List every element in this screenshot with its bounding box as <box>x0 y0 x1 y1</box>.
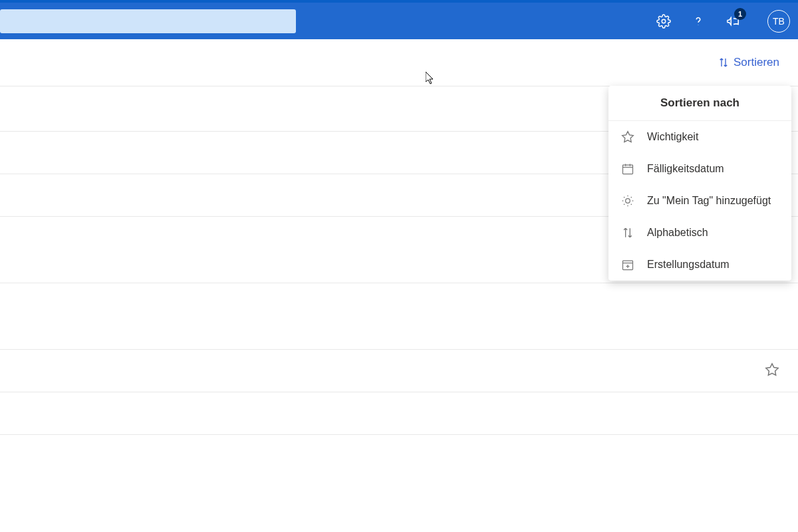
svg-line-16 <box>631 197 632 198</box>
list-item[interactable] <box>0 283 798 349</box>
sort-button[interactable]: Sortieren <box>718 56 779 69</box>
question-icon <box>691 14 706 29</box>
sort-menu: Sortieren nach Wichtigkeit Fälligkeitsda… <box>608 86 791 281</box>
help-button[interactable] <box>690 13 706 29</box>
svg-point-8 <box>626 199 630 203</box>
svg-line-12 <box>631 204 632 205</box>
notification-badge: 1 <box>734 8 746 20</box>
svg-line-11 <box>624 197 624 198</box>
svg-rect-4 <box>623 165 633 174</box>
star-icon <box>620 130 635 144</box>
sort-option-created[interactable]: Erstellungsdatum <box>608 249 791 281</box>
sort-label: Sortieren <box>733 56 779 69</box>
svg-line-15 <box>624 204 624 205</box>
calendar-icon <box>620 162 635 176</box>
sort-option-importance[interactable]: Wichtigkeit <box>608 121 791 153</box>
gear-icon <box>656 14 671 29</box>
sort-option-label: Fälligkeitsdatum <box>647 163 724 175</box>
list-toolbar: Sortieren <box>0 39 798 86</box>
sort-option-label: Erstellungsdatum <box>647 259 730 271</box>
avatar-initials: TB <box>773 16 785 27</box>
search-input[interactable] <box>0 9 296 33</box>
sort-menu-title: Sortieren nach <box>608 86 791 121</box>
sort-option-label: Alphabetisch <box>647 227 708 239</box>
settings-button[interactable] <box>656 13 672 29</box>
sort-option-label: Wichtigkeit <box>647 131 698 143</box>
announcements-button[interactable]: 1 <box>725 13 741 29</box>
star-icon[interactable] <box>765 362 779 377</box>
list-item[interactable] <box>0 434 798 487</box>
sun-icon <box>620 194 635 208</box>
sort-icon <box>718 57 730 68</box>
sort-option-label: Zu "Mein Tag" hinzugefügt <box>647 195 771 207</box>
sort-icon <box>620 225 635 240</box>
list-item[interactable] <box>0 392 798 434</box>
avatar[interactable]: TB <box>767 10 790 33</box>
svg-marker-2 <box>766 364 778 375</box>
header-actions: 1 TB <box>656 10 790 33</box>
sort-option-alphabetical[interactable]: Alphabetisch <box>608 217 791 249</box>
sort-option-myday[interactable]: Zu "Mein Tag" hinzugefügt <box>608 185 791 217</box>
app-header: 1 TB <box>0 3 798 39</box>
calendar-plus-icon <box>620 257 635 272</box>
list-item[interactable] <box>0 349 798 392</box>
svg-marker-3 <box>622 132 634 142</box>
svg-point-0 <box>662 19 666 23</box>
sort-option-duedate[interactable]: Fälligkeitsdatum <box>608 153 791 185</box>
